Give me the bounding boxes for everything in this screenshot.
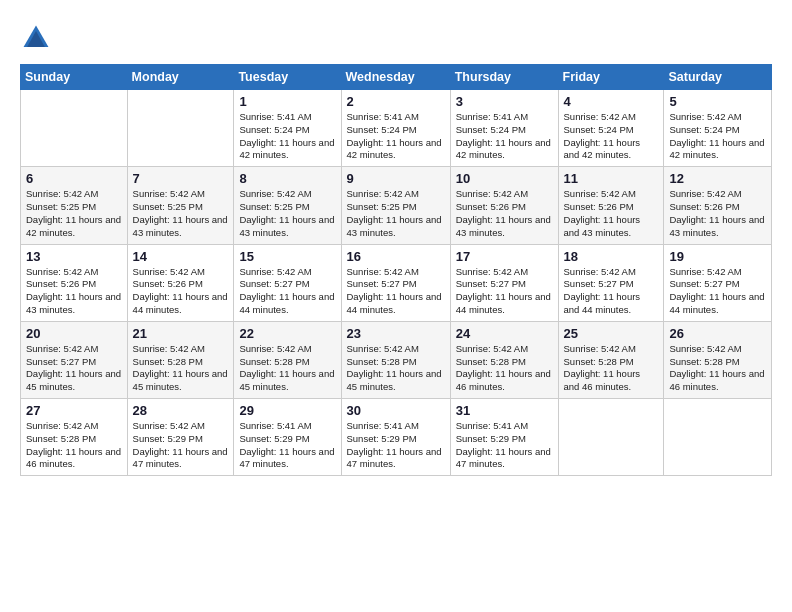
day-number: 20 (26, 326, 122, 341)
calendar-header-row: SundayMondayTuesdayWednesdayThursdayFrid… (21, 65, 772, 90)
calendar-day-cell: 4Sunrise: 5:42 AM Sunset: 5:24 PM Daylig… (558, 90, 664, 167)
calendar-header-thursday: Thursday (450, 65, 558, 90)
calendar-week-row: 6Sunrise: 5:42 AM Sunset: 5:25 PM Daylig… (21, 167, 772, 244)
calendar-day-cell: 2Sunrise: 5:41 AM Sunset: 5:24 PM Daylig… (341, 90, 450, 167)
calendar-day-cell: 14Sunrise: 5:42 AM Sunset: 5:26 PM Dayli… (127, 244, 234, 321)
day-number: 18 (564, 249, 659, 264)
calendar-header-saturday: Saturday (664, 65, 772, 90)
calendar-week-row: 13Sunrise: 5:42 AM Sunset: 5:26 PM Dayli… (21, 244, 772, 321)
day-info: Sunrise: 5:42 AM Sunset: 5:29 PM Dayligh… (133, 420, 229, 471)
day-info: Sunrise: 5:42 AM Sunset: 5:27 PM Dayligh… (347, 266, 445, 317)
day-info: Sunrise: 5:42 AM Sunset: 5:28 PM Dayligh… (239, 343, 335, 394)
day-info: Sunrise: 5:42 AM Sunset: 5:24 PM Dayligh… (564, 111, 659, 162)
day-info: Sunrise: 5:42 AM Sunset: 5:28 PM Dayligh… (133, 343, 229, 394)
day-number: 29 (239, 403, 335, 418)
day-number: 8 (239, 171, 335, 186)
calendar-day-cell: 27Sunrise: 5:42 AM Sunset: 5:28 PM Dayli… (21, 399, 128, 476)
day-info: Sunrise: 5:42 AM Sunset: 5:28 PM Dayligh… (347, 343, 445, 394)
calendar-day-cell: 28Sunrise: 5:42 AM Sunset: 5:29 PM Dayli… (127, 399, 234, 476)
calendar-day-cell: 11Sunrise: 5:42 AM Sunset: 5:26 PM Dayli… (558, 167, 664, 244)
day-info: Sunrise: 5:42 AM Sunset: 5:26 PM Dayligh… (133, 266, 229, 317)
day-info: Sunrise: 5:42 AM Sunset: 5:27 PM Dayligh… (239, 266, 335, 317)
calendar-table: SundayMondayTuesdayWednesdayThursdayFrid… (20, 64, 772, 476)
day-info: Sunrise: 5:41 AM Sunset: 5:29 PM Dayligh… (456, 420, 553, 471)
day-number: 19 (669, 249, 766, 264)
day-number: 15 (239, 249, 335, 264)
calendar-day-cell: 20Sunrise: 5:42 AM Sunset: 5:27 PM Dayli… (21, 321, 128, 398)
calendar-header-sunday: Sunday (21, 65, 128, 90)
day-info: Sunrise: 5:42 AM Sunset: 5:27 PM Dayligh… (26, 343, 122, 394)
day-info: Sunrise: 5:42 AM Sunset: 5:25 PM Dayligh… (347, 188, 445, 239)
day-number: 28 (133, 403, 229, 418)
day-number: 13 (26, 249, 122, 264)
calendar-header-monday: Monday (127, 65, 234, 90)
page-header (20, 18, 772, 54)
day-number: 25 (564, 326, 659, 341)
calendar-day-cell: 5Sunrise: 5:42 AM Sunset: 5:24 PM Daylig… (664, 90, 772, 167)
calendar-day-cell (21, 90, 128, 167)
logo-icon (20, 22, 52, 54)
calendar-day-cell (558, 399, 664, 476)
calendar-day-cell: 3Sunrise: 5:41 AM Sunset: 5:24 PM Daylig… (450, 90, 558, 167)
day-number: 31 (456, 403, 553, 418)
day-number: 23 (347, 326, 445, 341)
day-info: Sunrise: 5:42 AM Sunset: 5:27 PM Dayligh… (456, 266, 553, 317)
day-number: 17 (456, 249, 553, 264)
day-number: 10 (456, 171, 553, 186)
calendar-day-cell: 1Sunrise: 5:41 AM Sunset: 5:24 PM Daylig… (234, 90, 341, 167)
day-number: 24 (456, 326, 553, 341)
day-info: Sunrise: 5:41 AM Sunset: 5:24 PM Dayligh… (347, 111, 445, 162)
calendar-day-cell: 15Sunrise: 5:42 AM Sunset: 5:27 PM Dayli… (234, 244, 341, 321)
day-info: Sunrise: 5:41 AM Sunset: 5:24 PM Dayligh… (456, 111, 553, 162)
day-number: 11 (564, 171, 659, 186)
day-info: Sunrise: 5:42 AM Sunset: 5:28 PM Dayligh… (456, 343, 553, 394)
day-number: 7 (133, 171, 229, 186)
day-number: 14 (133, 249, 229, 264)
calendar-week-row: 1Sunrise: 5:41 AM Sunset: 5:24 PM Daylig… (21, 90, 772, 167)
day-number: 16 (347, 249, 445, 264)
day-info: Sunrise: 5:42 AM Sunset: 5:26 PM Dayligh… (456, 188, 553, 239)
day-info: Sunrise: 5:42 AM Sunset: 5:25 PM Dayligh… (133, 188, 229, 239)
day-number: 9 (347, 171, 445, 186)
calendar-day-cell: 21Sunrise: 5:42 AM Sunset: 5:28 PM Dayli… (127, 321, 234, 398)
day-info: Sunrise: 5:42 AM Sunset: 5:27 PM Dayligh… (669, 266, 766, 317)
day-info: Sunrise: 5:42 AM Sunset: 5:26 PM Dayligh… (564, 188, 659, 239)
day-info: Sunrise: 5:41 AM Sunset: 5:29 PM Dayligh… (239, 420, 335, 471)
calendar-week-row: 20Sunrise: 5:42 AM Sunset: 5:27 PM Dayli… (21, 321, 772, 398)
day-number: 4 (564, 94, 659, 109)
calendar-day-cell: 9Sunrise: 5:42 AM Sunset: 5:25 PM Daylig… (341, 167, 450, 244)
calendar-day-cell: 12Sunrise: 5:42 AM Sunset: 5:26 PM Dayli… (664, 167, 772, 244)
day-info: Sunrise: 5:42 AM Sunset: 5:28 PM Dayligh… (26, 420, 122, 471)
calendar-day-cell: 13Sunrise: 5:42 AM Sunset: 5:26 PM Dayli… (21, 244, 128, 321)
calendar-day-cell: 19Sunrise: 5:42 AM Sunset: 5:27 PM Dayli… (664, 244, 772, 321)
calendar-week-row: 27Sunrise: 5:42 AM Sunset: 5:28 PM Dayli… (21, 399, 772, 476)
calendar-header-wednesday: Wednesday (341, 65, 450, 90)
calendar-day-cell: 7Sunrise: 5:42 AM Sunset: 5:25 PM Daylig… (127, 167, 234, 244)
calendar-header-tuesday: Tuesday (234, 65, 341, 90)
day-number: 26 (669, 326, 766, 341)
day-number: 6 (26, 171, 122, 186)
calendar-day-cell: 8Sunrise: 5:42 AM Sunset: 5:25 PM Daylig… (234, 167, 341, 244)
day-number: 2 (347, 94, 445, 109)
calendar-day-cell: 22Sunrise: 5:42 AM Sunset: 5:28 PM Dayli… (234, 321, 341, 398)
calendar-day-cell: 17Sunrise: 5:42 AM Sunset: 5:27 PM Dayli… (450, 244, 558, 321)
day-number: 5 (669, 94, 766, 109)
day-number: 1 (239, 94, 335, 109)
calendar-day-cell: 18Sunrise: 5:42 AM Sunset: 5:27 PM Dayli… (558, 244, 664, 321)
calendar-day-cell: 26Sunrise: 5:42 AM Sunset: 5:28 PM Dayli… (664, 321, 772, 398)
calendar-day-cell: 23Sunrise: 5:42 AM Sunset: 5:28 PM Dayli… (341, 321, 450, 398)
day-number: 22 (239, 326, 335, 341)
day-number: 21 (133, 326, 229, 341)
logo (20, 22, 56, 54)
day-info: Sunrise: 5:41 AM Sunset: 5:24 PM Dayligh… (239, 111, 335, 162)
day-number: 30 (347, 403, 445, 418)
calendar-header-friday: Friday (558, 65, 664, 90)
calendar-day-cell (664, 399, 772, 476)
day-info: Sunrise: 5:42 AM Sunset: 5:25 PM Dayligh… (26, 188, 122, 239)
day-info: Sunrise: 5:42 AM Sunset: 5:24 PM Dayligh… (669, 111, 766, 162)
day-number: 3 (456, 94, 553, 109)
calendar-day-cell: 10Sunrise: 5:42 AM Sunset: 5:26 PM Dayli… (450, 167, 558, 244)
day-info: Sunrise: 5:41 AM Sunset: 5:29 PM Dayligh… (347, 420, 445, 471)
calendar-day-cell: 16Sunrise: 5:42 AM Sunset: 5:27 PM Dayli… (341, 244, 450, 321)
day-info: Sunrise: 5:42 AM Sunset: 5:26 PM Dayligh… (669, 188, 766, 239)
